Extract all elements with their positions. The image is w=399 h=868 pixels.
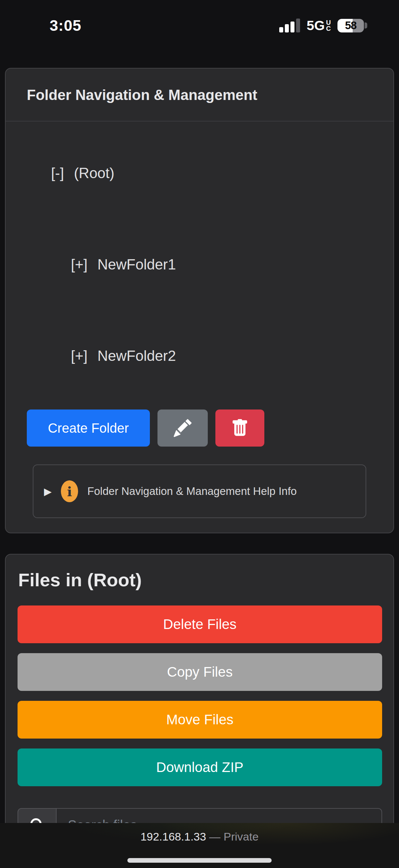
- tree-toggle-expand[interactable]: [+]: [71, 249, 87, 280]
- battery-icon: 58: [337, 19, 367, 32]
- home-indicator[interactable]: [127, 858, 272, 863]
- tree-label-newfolder2[interactable]: NewFolder2: [98, 348, 176, 364]
- chevron-right-icon[interactable]: ▶: [44, 486, 52, 497]
- folder-actions-row: Create Folder: [27, 409, 384, 446]
- tree-item-newfolder2[interactable]: [+]NewFolder2: [47, 310, 384, 402]
- battery-percent: 58: [337, 19, 364, 32]
- folder-help-label: Folder Navigation & Management Help Info: [87, 485, 297, 498]
- rename-folder-button[interactable]: [158, 409, 208, 446]
- copy-files-button[interactable]: Copy Files: [18, 653, 382, 691]
- tree-label-newfolder1[interactable]: NewFolder1: [98, 256, 176, 273]
- network-5g-label: 5G: [307, 18, 325, 33]
- status-icons: 5G U C 58: [279, 18, 367, 33]
- trash-icon: [231, 419, 249, 437]
- status-bar: 3:05 5G U C 58: [0, 0, 399, 46]
- folder-card-header: Folder Navigation & Management: [6, 68, 393, 122]
- network-type: 5G U C: [307, 18, 331, 33]
- folder-help-accordion[interactable]: ▶ i Folder Navigation & Management Help …: [33, 464, 366, 518]
- tree-label-root[interactable]: (Root): [74, 165, 114, 181]
- cellular-signal-icon: [279, 19, 300, 32]
- tree-item-root[interactable]: [-](Root): [27, 127, 384, 219]
- tree-toggle-collapse[interactable]: [-]: [51, 158, 64, 188]
- download-zip-button[interactable]: Download ZIP: [18, 748, 382, 786]
- folder-management-card: Folder Navigation & Management [-](Root)…: [5, 68, 394, 533]
- folder-card-body: [-](Root) [+]NewFolder1 [+]NewFolder2 Cr…: [6, 122, 393, 533]
- status-time: 3:05: [49, 17, 81, 34]
- info-icon: i: [61, 480, 78, 502]
- pencil-icon: [174, 419, 192, 437]
- move-files-button[interactable]: Move Files: [18, 701, 382, 739]
- network-uc-label: U C: [326, 20, 331, 31]
- files-card: Files in (Root) Delete Files Copy Files …: [5, 554, 394, 868]
- address-bar[interactable]: 192.168.1.33 — Private: [0, 830, 399, 843]
- delete-files-button[interactable]: Delete Files: [18, 606, 382, 643]
- create-folder-button[interactable]: Create Folder: [27, 409, 150, 446]
- files-card-title: Files in (Root): [18, 569, 382, 591]
- private-mode-label: — Private: [209, 830, 258, 843]
- folder-card-title: Folder Navigation & Management: [27, 85, 384, 105]
- browser-bottom-bar: 192.168.1.33 — Private: [0, 823, 399, 868]
- tree-item-newfolder1[interactable]: [+]NewFolder1: [47, 219, 384, 310]
- delete-folder-button[interactable]: [215, 409, 264, 446]
- tree-toggle-expand[interactable]: [+]: [71, 341, 87, 371]
- url-text: 192.168.1.33: [140, 830, 206, 843]
